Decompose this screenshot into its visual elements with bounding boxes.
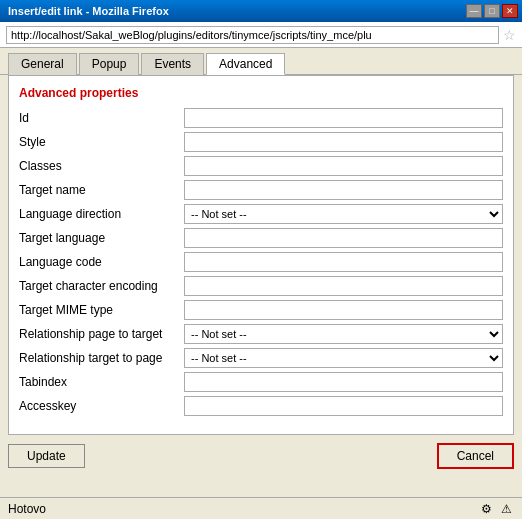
tab-general[interactable]: General	[8, 53, 77, 75]
field-target-name: Target name	[19, 180, 503, 200]
field-language-direction: Language direction -- Not set --	[19, 204, 503, 224]
advanced-panel: Advanced properties Id Style Classes Tar…	[8, 75, 514, 435]
cancel-button[interactable]: Cancel	[437, 443, 514, 469]
button-area: Update Cancel	[0, 435, 522, 469]
field-language-code: Language code	[19, 252, 503, 272]
window-title: Insert/edit link - Mozilla Firefox	[8, 5, 169, 17]
warning-icon: ⚠	[498, 501, 514, 517]
update-button[interactable]: Update	[8, 444, 85, 468]
bookmark-icon: ☆	[503, 27, 516, 43]
input-id[interactable]	[184, 108, 503, 128]
input-style[interactable]	[184, 132, 503, 152]
label-accesskey: Accesskey	[19, 399, 184, 413]
select-language-direction[interactable]: -- Not set --	[184, 204, 503, 224]
label-target-language: Target language	[19, 231, 184, 245]
label-id: Id	[19, 111, 184, 125]
title-bar: Insert/edit link - Mozilla Firefox — □ ✕	[0, 0, 522, 22]
tab-advanced[interactable]: Advanced	[206, 53, 285, 75]
label-style: Style	[19, 135, 184, 149]
field-target-mime-type: Target MIME type	[19, 300, 503, 320]
label-language-code: Language code	[19, 255, 184, 269]
label-target-mime-type: Target MIME type	[19, 303, 184, 317]
label-target-name: Target name	[19, 183, 184, 197]
settings-icon: ⚙	[478, 501, 494, 517]
status-icons: ⚙ ⚠	[478, 501, 514, 517]
input-target-char-encoding[interactable]	[184, 276, 503, 296]
label-target-char-encoding: Target character encoding	[19, 279, 184, 293]
section-title: Advanced properties	[19, 86, 503, 100]
close-button[interactable]: ✕	[502, 4, 518, 18]
input-target-mime-type[interactable]	[184, 300, 503, 320]
maximize-button[interactable]: □	[484, 4, 500, 18]
tab-events[interactable]: Events	[141, 53, 204, 75]
tab-bar: General Popup Events Advanced	[0, 48, 522, 75]
field-classes: Classes	[19, 156, 503, 176]
minimize-button[interactable]: —	[466, 4, 482, 18]
field-id: Id	[19, 108, 503, 128]
field-rel-page-to-target: Relationship page to target -- Not set -…	[19, 324, 503, 344]
label-classes: Classes	[19, 159, 184, 173]
field-tabindex: Tabindex	[19, 372, 503, 392]
field-style: Style	[19, 132, 503, 152]
status-bar: Hotovo ⚙ ⚠	[0, 497, 522, 519]
select-rel-target-to-page[interactable]: -- Not set --	[184, 348, 503, 368]
label-language-direction: Language direction	[19, 207, 184, 221]
field-rel-target-to-page: Relationship target to page -- Not set -…	[19, 348, 503, 368]
address-input[interactable]	[6, 26, 499, 44]
tab-popup[interactable]: Popup	[79, 53, 140, 75]
window-controls: — □ ✕	[466, 4, 518, 18]
input-target-language[interactable]	[184, 228, 503, 248]
status-text: Hotovo	[8, 502, 46, 516]
label-tabindex: Tabindex	[19, 375, 184, 389]
input-language-code[interactable]	[184, 252, 503, 272]
address-bar: ☆	[0, 22, 522, 48]
field-accesskey: Accesskey	[19, 396, 503, 416]
input-classes[interactable]	[184, 156, 503, 176]
label-rel-page-to-target: Relationship page to target	[19, 327, 184, 341]
input-tabindex[interactable]	[184, 372, 503, 392]
input-accesskey[interactable]	[184, 396, 503, 416]
field-target-char-encoding: Target character encoding	[19, 276, 503, 296]
label-rel-target-to-page: Relationship target to page	[19, 351, 184, 365]
field-target-language: Target language	[19, 228, 503, 248]
input-target-name[interactable]	[184, 180, 503, 200]
select-rel-page-to-target[interactable]: -- Not set --	[184, 324, 503, 344]
